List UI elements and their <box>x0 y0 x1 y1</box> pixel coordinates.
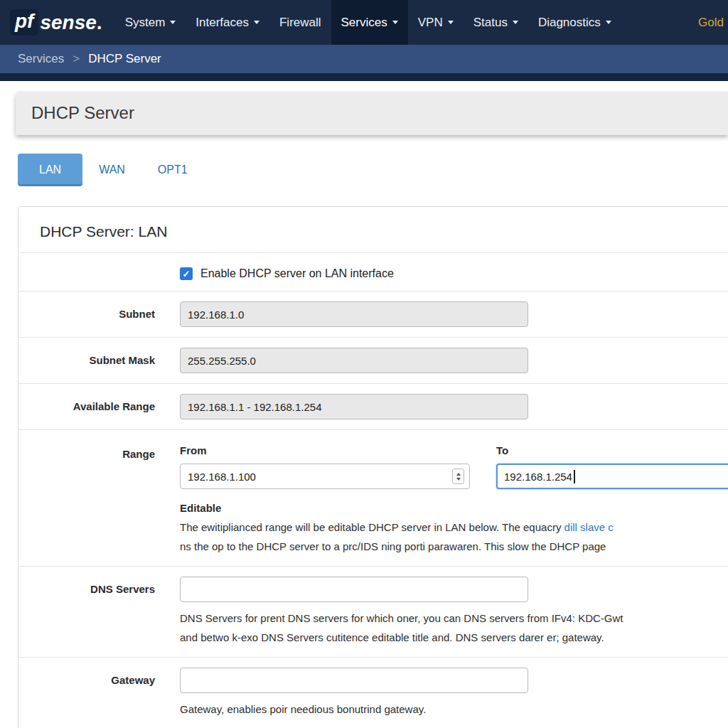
gateway-help: Gateway, enablies poir needious bonutrin… <box>180 700 728 719</box>
breadcrumb-current: DHCP Server <box>88 52 161 66</box>
interface-tabs: LAN WAN OPT1 <box>18 152 728 188</box>
nav-item-services[interactable]: Services <box>331 0 408 45</box>
chevron-down-icon <box>170 21 176 24</box>
gateway-row: Gateway Gateway, enablies poir needious … <box>18 657 728 728</box>
dns-help-line-2: and betwo k-exo DNS Servers cutitence ed… <box>180 628 728 647</box>
top-navbar: pfsense. System Interfaces Firewall Serv… <box>0 0 728 45</box>
nav-item-label: System <box>125 16 166 30</box>
nav-item-gold[interactable]: Gold <box>688 0 728 45</box>
gateway-label: Gateway <box>18 668 180 719</box>
dns-help-line-1: DNS Servers for prent DNS servers for wh… <box>180 609 728 628</box>
subnet-mask-value: 255.255.255.0 <box>188 355 256 367</box>
subnet-row: Subnet 192.168.1.0 <box>18 291 728 337</box>
nav-item-label: VPN <box>418 16 443 30</box>
nav-item-label: Interfaces <box>196 16 249 30</box>
logo-dot: . <box>97 11 102 34</box>
editable-heading: Editable <box>180 502 728 514</box>
nav-item-label: Gold <box>698 16 724 30</box>
enable-dhcp-row: ✓ Enable DHCP server on LAN interface <box>18 253 728 291</box>
breadcrumb-section[interactable]: Services <box>18 52 64 66</box>
available-range-input: 192.168.1.1 - 192.168.1.254 <box>180 394 528 419</box>
range-label: Range <box>18 441 180 556</box>
subnet-label: Subnet <box>18 301 180 327</box>
range-row: Range From 192.168.1.100 To <box>18 429 728 566</box>
nav-item-label: Diagnostics <box>538 16 601 30</box>
check-icon: ✓ <box>183 269 191 279</box>
chevron-down-icon <box>606 21 611 24</box>
range-from-input[interactable]: 192.168.1.100 <box>180 464 470 489</box>
nav-item-status[interactable]: Status <box>464 0 528 45</box>
dns-servers-label: DNS Servers <box>18 577 180 647</box>
subnet-mask-label: Subnet Mask <box>18 348 180 373</box>
range-from-header: From <box>180 441 470 456</box>
available-range-value: 192.168.1.1 - 192.168.1.254 <box>188 401 322 413</box>
nav-item-interfaces[interactable]: Interfaces <box>186 0 269 45</box>
tab-wan[interactable]: WAN <box>82 154 141 186</box>
empty-label-cell <box>18 266 180 280</box>
range-help-line-2: ns the op to the DHCP server to a prc/ID… <box>180 537 728 556</box>
range-help-link[interactable]: dill slave c <box>564 521 614 533</box>
main-menu: System Interfaces Firewall Services VPN … <box>115 0 728 45</box>
nav-item-label: Services <box>341 16 387 30</box>
enable-dhcp-checkbox[interactable]: ✓ <box>180 267 193 280</box>
chevron-down-icon <box>254 21 259 24</box>
stepper-down-icon[interactable] <box>456 478 461 481</box>
subnet-mask-input: 255.255.255.0 <box>180 348 528 373</box>
subnet-input: 192.168.1.0 <box>180 301 528 327</box>
number-stepper[interactable] <box>452 469 464 484</box>
logo-pf: pf <box>10 9 38 36</box>
tab-opt1[interactable]: OPT1 <box>141 154 204 186</box>
nav-item-label: Status <box>473 16 508 30</box>
gateway-input[interactable] <box>180 668 528 693</box>
breadcrumb: Services > DHCP Server <box>0 45 728 73</box>
nav-item-firewall[interactable]: Firewall <box>269 0 331 45</box>
available-range-row: Available Range 192.168.1.1 - 192.168.1.… <box>18 383 728 429</box>
breadcrumb-shadow <box>0 73 728 81</box>
enable-dhcp-label: Enable DHCP server on LAN interface <box>200 267 394 280</box>
nav-item-diagnostics[interactable]: Diagnostics <box>528 0 621 45</box>
subnet-mask-row: Subnet Mask 255.255.255.0 <box>18 337 728 383</box>
text-cursor <box>574 470 575 483</box>
nav-item-label: Firewall <box>279 16 321 30</box>
page-title: DHCP Server <box>16 92 728 135</box>
logo-sense: sense <box>40 11 96 34</box>
stepper-up-icon[interactable] <box>456 473 461 476</box>
nav-item-vpn[interactable]: VPN <box>408 0 464 45</box>
dns-servers-input[interactable] <box>180 577 528 602</box>
range-to-value: 192.168.1.254 <box>504 471 572 483</box>
dns-servers-row: DNS Servers DNS Servers for prent DNS se… <box>18 566 728 657</box>
range-to-input[interactable]: 192.168.1.254 <box>496 464 728 489</box>
chevron-down-icon <box>513 21 518 24</box>
range-help-text: The ewitiplianced range will be editable… <box>180 521 564 533</box>
chevron-down-icon <box>448 21 454 24</box>
nav-item-system[interactable]: System <box>115 0 186 45</box>
tab-lan[interactable]: LAN <box>18 154 82 186</box>
range-to-header: To <box>496 441 728 456</box>
subnet-value: 192.168.1.0 <box>188 309 244 321</box>
breadcrumb-separator: > <box>73 52 80 66</box>
available-range-label: Available Range <box>18 394 180 419</box>
chevron-down-icon <box>392 21 398 24</box>
range-from-value: 192.168.1.100 <box>188 471 256 483</box>
range-help-line-1: The ewitiplianced range will be editable… <box>180 518 728 537</box>
panel-title: DHCP Server: LAN <box>18 207 728 253</box>
pfsense-logo[interactable]: pfsense. <box>0 0 115 45</box>
dhcp-server-panel: DHCP Server: LAN ✓ Enable DHCP server on… <box>18 206 728 728</box>
